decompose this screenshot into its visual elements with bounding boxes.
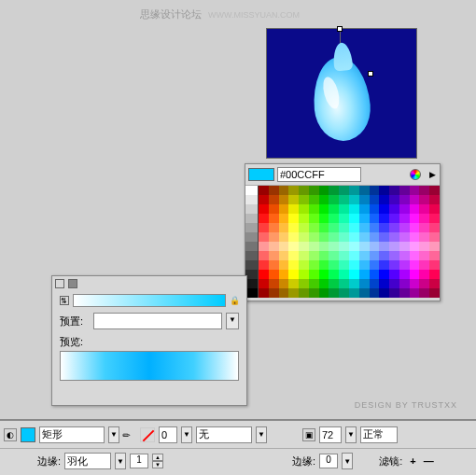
color-swatch[interactable] xyxy=(288,204,299,214)
color-swatch[interactable] xyxy=(399,270,410,279)
color-swatch[interactable] xyxy=(279,279,289,288)
color-swatch[interactable] xyxy=(319,279,329,288)
color-swatch[interactable] xyxy=(259,204,269,214)
color-swatch[interactable] xyxy=(259,223,269,232)
color-swatch[interactable] xyxy=(370,223,380,232)
color-swatch[interactable] xyxy=(419,195,429,204)
grayscale-column[interactable] xyxy=(245,186,259,298)
dropdown-icon[interactable]: ▼ xyxy=(115,453,126,469)
color-swatch[interactable] xyxy=(399,288,410,298)
water-drop-shape[interactable] xyxy=(310,55,373,144)
dropdown-icon[interactable]: ▼ xyxy=(226,313,239,329)
color-swatch[interactable] xyxy=(329,232,339,242)
color-swatch[interactable] xyxy=(379,232,389,242)
color-swatch[interactable] xyxy=(319,242,329,251)
color-swatch[interactable] xyxy=(359,251,370,260)
color-swatch[interactable] xyxy=(309,251,319,260)
color-swatch[interactable] xyxy=(309,204,319,214)
color-swatch[interactable] xyxy=(269,260,279,270)
color-swatch[interactable] xyxy=(259,279,269,288)
color-swatch[interactable] xyxy=(329,279,339,288)
color-swatch[interactable] xyxy=(269,279,279,288)
color-swatch[interactable] xyxy=(410,186,420,195)
tool-icon[interactable]: ◐ xyxy=(4,428,17,441)
color-swatch[interactable] xyxy=(410,214,420,223)
color-swatch[interactable] xyxy=(329,260,339,270)
color-swatch[interactable] xyxy=(299,260,309,270)
color-swatch[interactable] xyxy=(319,214,329,223)
panel-icon[interactable] xyxy=(68,279,77,288)
color-swatch[interactable] xyxy=(279,214,289,223)
color-swatch[interactable] xyxy=(269,288,279,298)
color-swatch[interactable] xyxy=(419,204,429,214)
color-swatch[interactable] xyxy=(370,232,380,242)
color-swatch[interactable] xyxy=(349,195,359,204)
color-swatch[interactable] xyxy=(399,260,410,270)
color-swatch[interactable] xyxy=(370,204,380,214)
color-swatch[interactable] xyxy=(429,195,440,204)
shape-select[interactable]: 矩形 xyxy=(39,426,105,443)
color-swatch[interactable] xyxy=(279,186,289,195)
color-swatch[interactable] xyxy=(429,279,440,288)
color-swatch[interactable] xyxy=(359,288,370,298)
gray-swatch[interactable] xyxy=(245,186,259,195)
color-swatch[interactable] xyxy=(279,260,289,270)
color-swatch[interactable] xyxy=(399,232,410,242)
color-swatch[interactable] xyxy=(349,251,359,260)
color-swatch[interactable] xyxy=(370,270,380,279)
color-swatch[interactable] xyxy=(410,279,420,288)
color-swatch[interactable] xyxy=(339,270,349,279)
color-swatch[interactable] xyxy=(269,232,279,242)
color-swatch[interactable] xyxy=(339,260,349,270)
color-swatch[interactable] xyxy=(419,214,429,223)
color-swatch[interactable] xyxy=(339,279,349,288)
color-grid[interactable] xyxy=(259,186,440,298)
color-swatch[interactable] xyxy=(359,223,370,232)
color-swatch[interactable] xyxy=(370,288,380,298)
no-stroke-icon[interactable] xyxy=(140,427,155,442)
color-swatch[interactable] xyxy=(429,232,440,242)
color-swatch[interactable] xyxy=(288,242,299,251)
color-swatch[interactable] xyxy=(419,186,429,195)
color-swatch[interactable] xyxy=(339,288,349,298)
color-swatch[interactable] xyxy=(329,288,339,298)
color-swatch[interactable] xyxy=(349,260,359,270)
color-swatch[interactable] xyxy=(359,260,370,270)
color-swatch[interactable] xyxy=(429,204,440,214)
color-swatch[interactable] xyxy=(329,214,339,223)
color-wheel-icon[interactable] xyxy=(410,169,421,180)
color-swatch[interactable] xyxy=(259,260,269,270)
color-swatch[interactable] xyxy=(288,232,299,242)
color-swatch[interactable] xyxy=(379,251,389,260)
color-swatch[interactable] xyxy=(309,242,319,251)
color-swatch[interactable] xyxy=(349,288,359,298)
color-swatch[interactable] xyxy=(339,204,349,214)
color-swatch[interactable] xyxy=(389,270,399,279)
color-swatch[interactable] xyxy=(269,242,279,251)
panel-icon[interactable] xyxy=(55,279,64,288)
color-swatch[interactable] xyxy=(319,288,329,298)
dropdown-icon[interactable]: ▼ xyxy=(108,426,119,443)
color-swatch[interactable] xyxy=(299,270,309,279)
dropdown-icon[interactable]: ▼ xyxy=(256,426,267,443)
color-swatch[interactable] xyxy=(379,260,389,270)
color-swatch[interactable] xyxy=(319,251,329,260)
color-swatch[interactable] xyxy=(269,214,279,223)
color-swatch[interactable] xyxy=(349,232,359,242)
color-swatch[interactable] xyxy=(359,186,370,195)
gray-swatch[interactable] xyxy=(245,279,259,288)
color-swatch[interactable] xyxy=(279,288,289,298)
color-swatch[interactable] xyxy=(299,251,309,260)
color-swatch[interactable] xyxy=(319,195,329,204)
gray-swatch[interactable] xyxy=(245,204,259,214)
color-swatch[interactable] xyxy=(429,270,440,279)
color-swatch[interactable] xyxy=(419,223,429,232)
color-swatch[interactable] xyxy=(349,279,359,288)
color-swatch[interactable] xyxy=(319,260,329,270)
preset-select[interactable] xyxy=(93,313,222,329)
dropdown-icon[interactable]: ▼ xyxy=(342,453,353,469)
color-swatch[interactable] xyxy=(309,223,319,232)
color-swatch[interactable] xyxy=(309,195,319,204)
color-swatch[interactable] xyxy=(339,223,349,232)
color-swatch[interactable] xyxy=(389,251,399,260)
